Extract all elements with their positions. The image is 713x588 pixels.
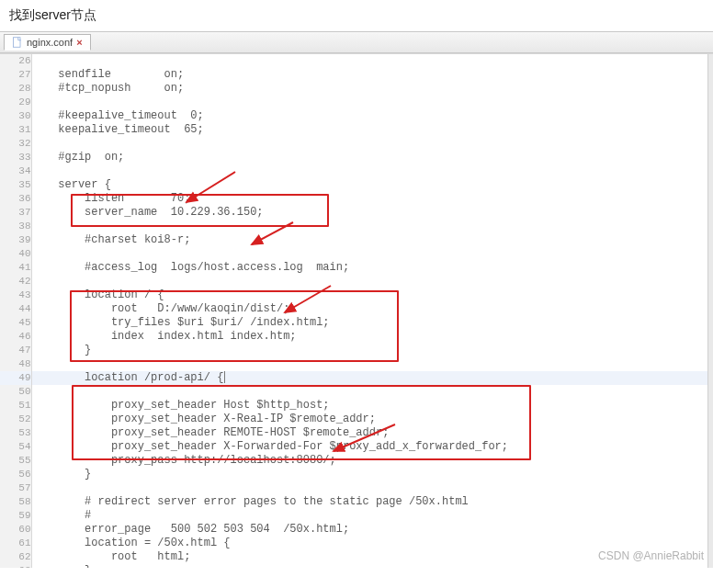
line-number: 41 — [0, 261, 31, 275]
code-text[interactable]: } — [31, 344, 713, 357]
code-text[interactable] — [31, 220, 713, 233]
close-icon[interactable]: × — [76, 37, 82, 48]
code-text[interactable] — [31, 54, 713, 68]
code-line[interactable]: 26 — [0, 54, 713, 68]
code-text[interactable]: location = /50x.html { — [31, 537, 713, 550]
code-line[interactable]: 46 index index.html index.htm; — [0, 330, 713, 344]
code-line[interactable]: 34 — [0, 164, 713, 178]
code-text[interactable]: location / { — [31, 288, 713, 302]
code-line[interactable]: 27 sendfile on; — [0, 68, 713, 82]
code-line[interactable]: 47 } — [0, 344, 713, 357]
code-text[interactable]: #gzip on; — [31, 151, 713, 164]
code-line[interactable]: 37 server_name 10.229.36.150; — [0, 206, 713, 220]
line-number: 44 — [0, 302, 31, 316]
watermark-text: CSDN @AnnieRabbit — [598, 549, 704, 562]
code-line[interactable]: 53 proxy_set_header REMOTE-HOST $remote_… — [0, 426, 713, 440]
code-text[interactable]: try_files $uri $uri/ /index.html; — [31, 316, 713, 330]
code-text[interactable] — [31, 137, 713, 151]
code-text[interactable]: proxy_set_header X-Real-IP $remote_addr; — [31, 413, 713, 426]
svg-rect-0 — [14, 38, 21, 48]
code-line[interactable]: 61 location = /50x.html { — [0, 537, 713, 550]
line-number: 52 — [0, 413, 31, 426]
code-line[interactable]: 58 # redirect server error pages to the … — [0, 495, 713, 509]
code-line[interactable]: 31 keepalive_timeout 65; — [0, 123, 713, 137]
code-text[interactable]: location /prod-api/ { — [31, 371, 713, 385]
code-line[interactable]: 38 — [0, 220, 713, 233]
code-content[interactable]: 2627 sendfile on;28 #tcp_nopush on;2930 … — [0, 54, 713, 568]
line-number: 45 — [0, 316, 31, 330]
code-text[interactable]: keepalive_timeout 65; — [31, 123, 713, 137]
code-line[interactable]: 51 proxy_set_header Host $http_host; — [0, 399, 713, 413]
line-number: 50 — [0, 385, 31, 399]
code-text[interactable]: #charset koi8-r; — [31, 233, 713, 247]
code-line[interactable]: 49 location /prod-api/ { — [0, 371, 713, 385]
code-line[interactable]: 55 proxy_pass http://localhost:8080/; — [0, 454, 713, 468]
code-line[interactable]: 29 — [0, 96, 713, 109]
editor-tab-label: nginx.conf — [27, 37, 73, 48]
code-line[interactable]: 63 } — [0, 564, 713, 568]
code-text[interactable] — [31, 247, 713, 261]
editor-tab-nginx-conf[interactable]: nginx.conf × — [4, 34, 91, 51]
code-text[interactable]: server_name 10.229.36.150; — [31, 206, 713, 220]
code-line[interactable]: 60 error_page 500 502 503 504 /50x.html; — [0, 523, 713, 537]
line-number: 63 — [0, 564, 31, 568]
code-text[interactable] — [31, 96, 713, 109]
code-text[interactable]: #keepalive_timeout 0; — [31, 109, 713, 123]
code-line[interactable]: 57 — [0, 481, 713, 495]
code-line[interactable]: 43 location / { — [0, 288, 713, 302]
line-number: 49 — [0, 371, 31, 385]
line-number: 62 — [0, 550, 31, 564]
code-line[interactable]: 45 try_files $uri $uri/ /index.html; — [0, 316, 713, 330]
code-line[interactable]: 56 } — [0, 468, 713, 481]
editor-area[interactable]: 2627 sendfile on;28 #tcp_nopush on;2930 … — [0, 53, 713, 568]
scrollbar-vertical[interactable] — [707, 54, 713, 568]
text-cursor — [224, 371, 225, 383]
line-number: 43 — [0, 288, 31, 302]
code-line[interactable]: 36 listen 70; — [0, 192, 713, 206]
code-line[interactable]: 32 — [0, 137, 713, 151]
code-line[interactable]: 30 #keepalive_timeout 0; — [0, 109, 713, 123]
code-text[interactable] — [31, 164, 713, 178]
code-line[interactable]: 54 proxy_set_header X-Forwarded-For $pro… — [0, 440, 713, 454]
code-text[interactable]: listen 70; — [31, 192, 713, 206]
code-text[interactable] — [31, 275, 713, 288]
code-text[interactable]: proxy_pass http://localhost:8080/; — [31, 454, 713, 468]
code-line[interactable]: 52 proxy_set_header X-Real-IP $remote_ad… — [0, 413, 713, 426]
code-text[interactable]: # — [31, 509, 713, 523]
code-line[interactable]: 33 #gzip on; — [0, 151, 713, 164]
code-text[interactable]: server { — [31, 178, 713, 192]
code-text[interactable]: error_page 500 502 503 504 /50x.html; — [31, 523, 713, 537]
line-number: 36 — [0, 192, 31, 206]
code-text[interactable]: #tcp_nopush on; — [31, 82, 713, 96]
code-line[interactable]: 50 — [0, 385, 713, 399]
line-number: 35 — [0, 178, 31, 192]
code-line[interactable]: 28 #tcp_nopush on; — [0, 82, 713, 96]
code-text[interactable]: sendfile on; — [31, 68, 713, 82]
code-text[interactable]: index index.html index.htm; — [31, 330, 713, 344]
line-number: 58 — [0, 495, 31, 509]
code-text[interactable] — [31, 357, 713, 371]
code-line[interactable]: 48 — [0, 357, 713, 371]
code-line[interactable]: 35 server { — [0, 178, 713, 192]
line-number: 29 — [0, 96, 31, 109]
code-line[interactable]: 41 #access_log logs/host.access.log main… — [0, 261, 713, 275]
code-text[interactable]: proxy_set_header Host $http_host; — [31, 399, 713, 413]
code-text[interactable] — [31, 481, 713, 495]
code-text[interactable]: proxy_set_header REMOTE-HOST $remote_add… — [31, 426, 713, 440]
line-number: 27 — [0, 68, 31, 82]
code-line[interactable]: 44 root D:/www/kaoqin/dist/; — [0, 302, 713, 316]
code-text[interactable] — [31, 385, 713, 399]
line-number: 48 — [0, 357, 31, 371]
line-number: 39 — [0, 233, 31, 247]
code-text[interactable]: } — [31, 564, 713, 568]
line-number: 28 — [0, 82, 31, 96]
code-text[interactable]: } — [31, 468, 713, 481]
code-text[interactable]: proxy_set_header X-Forwarded-For $proxy_… — [31, 440, 713, 454]
code-text[interactable]: #access_log logs/host.access.log main; — [31, 261, 713, 275]
code-line[interactable]: 42 — [0, 275, 713, 288]
code-line[interactable]: 39 #charset koi8-r; — [0, 233, 713, 247]
code-line[interactable]: 59 # — [0, 509, 713, 523]
code-text[interactable]: # redirect server error pages to the sta… — [31, 495, 713, 509]
code-text[interactable]: root D:/www/kaoqin/dist/; — [31, 302, 713, 316]
code-line[interactable]: 40 — [0, 247, 713, 261]
